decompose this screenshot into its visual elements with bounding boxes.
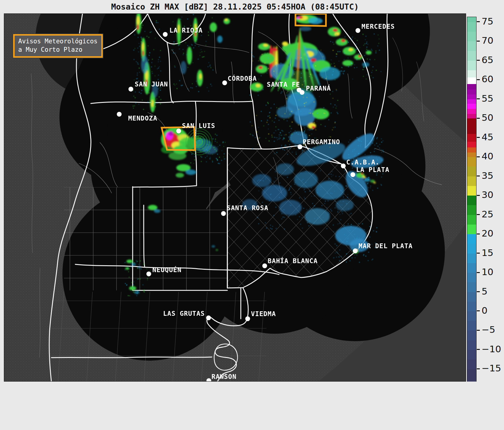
colorbar-tick-label: 45: [482, 132, 493, 142]
colorbar-band: [467, 225, 476, 234]
colorbar-tick-label: −15: [482, 363, 501, 374]
colorbar-band: [467, 282, 476, 292]
colorbar-band: [467, 22, 476, 32]
colorbar-tick-label: 75: [482, 16, 493, 27]
colorbar-tick-label: 40: [482, 151, 493, 161]
colorbar-band: [467, 254, 476, 263]
city-label: SANTA FE: [267, 81, 300, 88]
colorbar-band: [467, 99, 476, 104]
colorbar-tick-mark: [477, 195, 480, 196]
colorbar-band: [467, 263, 476, 273]
colorbar-tick-mark: [477, 291, 480, 292]
colorbar-band: [467, 142, 476, 148]
city-label: BAHÍA BLANCA: [268, 257, 318, 265]
colorbar-band: [467, 70, 476, 78]
city-label: NEUQUÉN: [152, 266, 182, 274]
colorbar-band: [467, 17, 476, 22]
colorbar-band: [467, 41, 476, 51]
city-label: LAS GRUTAS: [163, 310, 205, 317]
city-marker: [222, 80, 227, 85]
colorbar-tick-mark: [477, 41, 480, 42]
warning-line-2: a Muy Corto Plazo: [18, 46, 82, 53]
colorbar-band: [467, 61, 476, 71]
colorbar-tick-mark: [477, 137, 480, 138]
colorbar-tick-mark: [477, 234, 480, 234]
city-marker: [300, 90, 304, 95]
colorbar-band: [467, 215, 476, 225]
colorbar-tick-label: −10: [482, 344, 501, 354]
city-label: SANTA ROSA: [227, 204, 268, 212]
colorbar-tick-label: 55: [482, 93, 493, 104]
colorbar-band: [467, 205, 476, 215]
colorbar-tick-mark: [477, 156, 480, 157]
city-marker: [146, 272, 151, 276]
city-marker: [245, 316, 250, 321]
plot-title: Mosaico ZH MAX [dBZ] 28.11.2025 05:45HOA…: [4, 2, 466, 11]
colorbar-tick-label: 30: [482, 189, 493, 200]
colorbar-band: [467, 321, 476, 331]
colorbar-band: [467, 32, 476, 42]
colorbar-tick-mark: [477, 79, 480, 80]
colorbar-tick-mark: [477, 253, 480, 254]
colorbar-tick-mark: [477, 330, 480, 331]
city-label: PARANÁ: [306, 85, 331, 92]
city-label: RAWSON: [212, 373, 237, 380]
city-label: SAN LUIS: [182, 122, 215, 129]
colorbar-band: [467, 359, 476, 369]
city-marker: [221, 211, 226, 216]
city-marker: [163, 32, 168, 37]
colorbar-band: [467, 118, 476, 134]
colorbar-tick-mark: [477, 310, 480, 311]
colorbar-band: [467, 84, 476, 90]
city-label: CÓRDOBA: [228, 75, 257, 82]
colorbar-tick-label: 70: [482, 35, 493, 46]
colorbar-band: [467, 244, 476, 254]
colorbar-tick-label: 0: [482, 305, 488, 316]
colorbar-band: [467, 109, 476, 114]
colorbar-tick-label: 15: [482, 247, 493, 258]
colorbar-tick-mark: [477, 60, 480, 61]
radar-map-svg: LA RIOJAMERCEDESSAN JUANCÓRDOBASANTA FEP…: [4, 14, 466, 382]
colorbar-tick-label: 50: [482, 112, 493, 123]
colorbar-band: [467, 311, 476, 321]
colorbar-band: [467, 234, 476, 244]
colorbar-band: [467, 114, 476, 119]
colorbar-band: [467, 292, 476, 302]
colorbar-tick-mark: [477, 214, 480, 215]
colorbar-tick-label: 60: [482, 74, 493, 84]
city-label: MENDOZA: [128, 115, 157, 122]
city-marker: [128, 87, 133, 92]
radar-map: LA RIOJAMERCEDESSAN JUANCÓRDOBASANTA FEP…: [4, 13, 466, 382]
city-marker: [350, 172, 355, 177]
colorbar-band: [467, 302, 476, 312]
city-marker: [117, 112, 122, 117]
city-marker: [341, 164, 346, 168]
city-marker: [298, 144, 302, 149]
warning-line-1: Avisos Meteorológicos: [18, 38, 98, 45]
colorbar-band: [467, 51, 476, 61]
city-label: MAR DEL PLATA: [359, 242, 413, 250]
colorbar-band: [467, 340, 476, 350]
colorbar-tick-mark: [477, 272, 480, 273]
city-marker: [176, 129, 181, 133]
colorbar-tick-mark: [477, 21, 480, 22]
colorbar-tick-label: −5: [482, 324, 495, 335]
colorbar-band: [467, 273, 476, 283]
colorbar-band: [467, 147, 476, 153]
colorbar-tick-label: 5: [482, 286, 488, 297]
colorbar-band: [467, 104, 476, 109]
colorbar-band: [467, 134, 476, 142]
city-label: C.A.B.A.: [346, 158, 380, 166]
colorbar-tick-label: 10: [482, 266, 493, 277]
colorbar-tick-label: 65: [482, 54, 493, 65]
colorbar-band: [467, 330, 476, 340]
city-label: VIEDMA: [251, 310, 276, 318]
city-label: LA RIOJA: [169, 27, 203, 34]
colorbar-tick-mark: [477, 176, 480, 176]
colorbar-tick-label: 35: [482, 170, 493, 181]
city-marker: [356, 28, 360, 33]
dbz-colorbar: [467, 17, 477, 382]
colorbar-band: [467, 94, 476, 99]
colorbar-tick-mark: [477, 349, 480, 350]
city-label: MERCEDES: [361, 23, 395, 30]
